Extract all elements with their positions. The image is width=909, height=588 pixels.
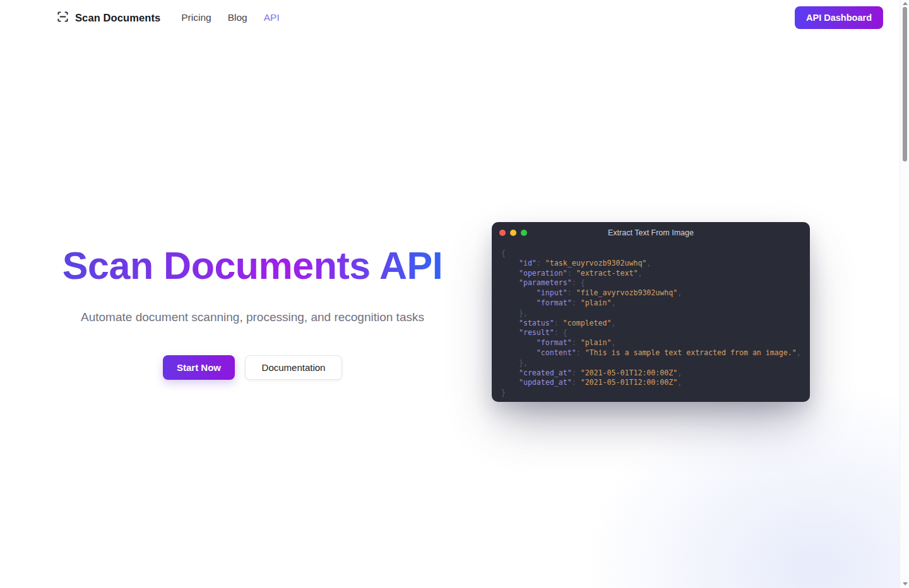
- scan-line-icon: [57, 11, 69, 25]
- scrollbar-thumb[interactable]: [903, 7, 907, 162]
- code-window: Extract Text From Image { "id": "task_eu…: [492, 222, 810, 402]
- code-line: "format": "plain",: [501, 298, 810, 309]
- nav-link-blog[interactable]: Blog: [228, 12, 247, 23]
- code-line: },: [501, 358, 810, 368]
- code-line: "created_at": "2021-05-01T12:00:00Z",: [501, 368, 810, 379]
- page-title: Scan Documents API: [62, 245, 443, 287]
- brand-name: Scan Documents: [75, 12, 160, 24]
- top-navbar: Scan Documents Pricing Blog API API Dash…: [0, 0, 900, 35]
- main-nav: Pricing Blog API: [181, 12, 279, 23]
- code-line: "content": "This is a sample text extrac…: [501, 348, 810, 358]
- brand-logo[interactable]: Scan Documents: [57, 11, 160, 25]
- code-line: "parameters": {: [501, 278, 810, 288]
- code-line: "result": {: [501, 328, 810, 338]
- nav-link-api[interactable]: API: [264, 12, 280, 23]
- code-line: "operation": "extract-text",: [501, 269, 810, 279]
- code-line: "status": "completed",: [501, 319, 810, 329]
- hero-section: Scan Documents API Automate document sca…: [0, 245, 505, 380]
- start-now-button[interactable]: Start Now: [163, 355, 235, 380]
- code-line: "updated_at": "2021-05-01T12:00:00Z",: [501, 378, 810, 388]
- code-line: "format": "plain",: [501, 338, 810, 348]
- api-dashboard-button[interactable]: API Dashboard: [795, 6, 883, 29]
- code-line: },: [501, 309, 810, 319]
- nav-link-pricing[interactable]: Pricing: [181, 12, 211, 23]
- hero-actions: Start Now Documentation: [0, 355, 505, 380]
- scrollbar-up-arrow-icon[interactable]: [903, 2, 908, 5]
- code-window-titlebar: Extract Text From Image: [492, 222, 810, 244]
- page-scrollbar[interactable]: [900, 0, 909, 588]
- code-content: { "id": "task_euyrvozb9302uwhq", "operat…: [492, 244, 810, 398]
- code-line: {: [501, 249, 810, 259]
- code-line: }: [501, 388, 810, 398]
- code-window-title: Extract Text From Image: [492, 228, 810, 237]
- code-line: "id": "task_euyrvozb9302uwhq",: [501, 259, 810, 269]
- scrollbar-down-arrow-icon[interactable]: [903, 582, 908, 585]
- hero-subtitle: Automate document scanning, processing, …: [0, 310, 505, 324]
- documentation-button[interactable]: Documentation: [245, 355, 342, 380]
- code-line: "input": "file_avyrvozb9302uwhq",: [501, 288, 810, 298]
